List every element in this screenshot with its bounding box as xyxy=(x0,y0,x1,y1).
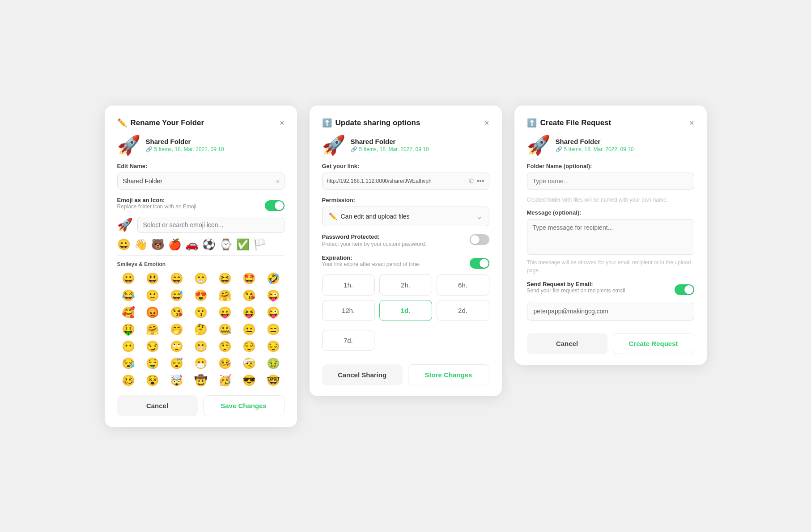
panel-rename-header: ✏️ Rename Your Folder × xyxy=(117,118,284,128)
send-email-toggle[interactable] xyxy=(675,284,694,295)
emoji-item[interactable]: 😅 xyxy=(166,288,188,303)
get-link-label: Get your link: xyxy=(322,163,489,169)
cancel-button-panel1[interactable]: Cancel xyxy=(117,395,198,416)
emoji-item[interactable]: 😝 xyxy=(238,305,260,320)
expiry-2h[interactable]: 2h. xyxy=(379,274,432,296)
emoji-item[interactable]: 😘 xyxy=(166,305,188,320)
create-request-button[interactable]: Create Request xyxy=(613,333,694,354)
emoji-item[interactable]: 🤑 xyxy=(117,322,140,337)
store-changes-button[interactable]: Store Changes xyxy=(408,364,489,385)
expiry-7d[interactable]: 7d. xyxy=(322,330,375,351)
emoji-item[interactable]: 🤥 xyxy=(214,339,236,354)
emoji-item[interactable]: 🤣 xyxy=(262,271,284,286)
permission-select[interactable]: ✏️ Can edit and upload files ⌄ xyxy=(322,207,489,226)
cancel-button-panel3[interactable]: Cancel xyxy=(527,333,607,354)
recent-emoji-7[interactable]: ⌚ xyxy=(219,238,233,251)
emoji-item[interactable]: 😜 xyxy=(262,288,284,303)
emoji-item[interactable]: 🤒 xyxy=(214,356,236,371)
emoji-item[interactable]: 😆 xyxy=(214,271,236,286)
emoji-item[interactable]: 😶 xyxy=(117,339,140,354)
recent-emoji-5[interactable]: 🚗 xyxy=(185,238,199,251)
emoji-item[interactable]: 🤐 xyxy=(214,322,236,337)
close-button-panel1[interactable]: × xyxy=(280,119,284,127)
send-email-label: Send Request by Email: xyxy=(527,281,625,287)
clear-name-button[interactable]: × xyxy=(276,177,280,185)
cancel-sharing-button[interactable]: Cancel Sharing xyxy=(322,364,403,385)
expiry-1d[interactable]: 1d. xyxy=(379,300,432,321)
edit-name-input[interactable] xyxy=(117,173,284,190)
recent-emoji-2[interactable]: 👋 xyxy=(134,238,148,251)
panel1-footer: Cancel Save Changes xyxy=(117,395,284,416)
emoji-item[interactable]: 🤗 xyxy=(141,322,164,337)
recent-emoji-9[interactable]: 🏳️ xyxy=(253,238,267,251)
emoji-item[interactable]: 😔 xyxy=(262,339,284,354)
emoji-item[interactable]: 🤤 xyxy=(141,356,164,371)
emoji-item[interactable]: 🤠 xyxy=(190,373,212,388)
emoji-item[interactable]: 🤢 xyxy=(262,356,284,371)
more-link-button[interactable]: ••• xyxy=(477,177,484,185)
expiry-12h[interactable]: 12h. xyxy=(322,300,375,321)
emoji-item[interactable]: 🥴 xyxy=(117,373,140,388)
panel3-footer: Cancel Create Request xyxy=(527,333,694,354)
emoji-item[interactable]: 🙂 xyxy=(141,288,164,303)
emoji-item[interactable]: 🥰 xyxy=(117,305,140,320)
emoji-item[interactable]: 🥳 xyxy=(214,373,236,388)
recent-emoji-1[interactable]: 😀 xyxy=(117,238,131,251)
toggle-knob xyxy=(275,201,284,210)
emoji-item[interactable]: 😌 xyxy=(238,339,260,354)
emoji-item[interactable]: 🤕 xyxy=(238,356,260,371)
emoji-item[interactable]: 😀 xyxy=(117,271,140,286)
emoji-item[interactable]: 😂 xyxy=(117,288,140,303)
emoji-category-label: Smileys & Emotion xyxy=(117,261,284,267)
emoji-item[interactable]: 🤗 xyxy=(214,288,236,303)
recent-emoji-3[interactable]: 🐻 xyxy=(151,238,165,251)
expiry-7d-wrapper: 7d. xyxy=(322,325,489,351)
emoji-item[interactable]: 🤯 xyxy=(166,373,188,388)
emoji-item[interactable]: 😪 xyxy=(117,356,140,371)
emoji-search-input[interactable] xyxy=(137,217,284,233)
message-input[interactable] xyxy=(527,219,694,255)
emoji-item[interactable]: 🤭 xyxy=(166,322,188,337)
expiration-toggle[interactable] xyxy=(470,258,489,269)
emoji-item[interactable]: 😑 xyxy=(262,322,284,337)
emoji-item[interactable]: 😁 xyxy=(190,271,212,286)
panel-sharing-header: ⬆️ Update sharing options × xyxy=(322,118,489,128)
emoji-item[interactable]: 😡 xyxy=(141,305,164,320)
emoji-item[interactable]: 😵 xyxy=(141,373,164,388)
folder-meta-text-panel2: 5 Items, 18. Mar. 2022, 09:10 xyxy=(359,146,429,152)
emoji-item[interactable]: 😄 xyxy=(166,271,188,286)
emoji-item[interactable]: 🤓 xyxy=(262,373,284,388)
emoji-item[interactable]: 😏 xyxy=(141,339,164,354)
emoji-item[interactable]: 😃 xyxy=(141,271,164,286)
recent-emoji-4[interactable]: 🍎 xyxy=(168,238,182,251)
message-label: Message (optional): xyxy=(527,209,694,216)
emoji-item[interactable]: 😎 xyxy=(238,373,260,388)
close-button-panel2[interactable]: × xyxy=(484,119,489,127)
emoji-item[interactable]: 🤩 xyxy=(238,271,260,286)
permission-select-left: ✏️ Can edit and upload files xyxy=(329,212,410,220)
emoji-item[interactable]: 😷 xyxy=(190,356,212,371)
emoji-item[interactable]: 😜 xyxy=(262,305,284,320)
emoji-item[interactable]: 🙄 xyxy=(166,339,188,354)
emoji-item[interactable]: 😍 xyxy=(190,288,212,303)
emoji-item[interactable]: 😴 xyxy=(166,356,188,371)
save-changes-button-panel1[interactable]: Save Changes xyxy=(203,395,284,416)
copy-link-button[interactable]: ⧉ xyxy=(469,177,474,185)
recent-emoji-8[interactable]: ✅ xyxy=(236,238,250,251)
emoji-item[interactable]: 😐 xyxy=(238,322,260,337)
password-label-block: Password Protected: Protect your item by… xyxy=(322,233,463,247)
expiry-1h[interactable]: 1h. xyxy=(322,274,375,296)
folder-name-input[interactable] xyxy=(527,173,694,190)
recent-emoji-6[interactable]: ⚽ xyxy=(202,238,216,251)
password-toggle[interactable] xyxy=(470,234,489,245)
panel-file-request: ⬆️ Create File Request × 🚀 Shared Folder… xyxy=(514,106,707,365)
expiry-2d[interactable]: 2d. xyxy=(437,300,489,321)
close-button-panel3[interactable]: × xyxy=(689,119,694,127)
emoji-toggle[interactable] xyxy=(265,200,284,211)
emoji-item[interactable]: 😛 xyxy=(214,305,236,320)
expiry-6h[interactable]: 6h. xyxy=(437,274,489,296)
emoji-item[interactable]: 😬 xyxy=(190,339,212,354)
emoji-item[interactable]: 😗 xyxy=(190,305,212,320)
emoji-item[interactable]: 🤔 xyxy=(190,322,212,337)
emoji-item[interactable]: 😘 xyxy=(238,288,260,303)
